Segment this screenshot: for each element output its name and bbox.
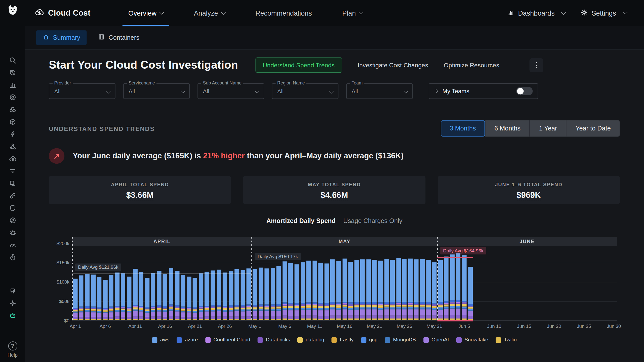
nav-item-analyze[interactable]: Analyze (188, 0, 231, 26)
bar-day-48[interactable] (360, 259, 365, 320)
tab-containers[interactable]: Containers (92, 30, 146, 45)
bar-day-40[interactable] (312, 261, 317, 320)
bar-day-42[interactable] (324, 263, 329, 320)
bar-day-2[interactable] (85, 274, 90, 320)
anomalies-icon[interactable] (9, 94, 16, 101)
bar-day-50[interactable] (372, 260, 377, 320)
search-icon[interactable] (9, 57, 16, 64)
bolt-icon[interactable] (9, 130, 16, 138)
timer-icon[interactable] (9, 254, 16, 261)
bar-day-21[interactable] (199, 274, 203, 320)
bar-day-66[interactable] (468, 267, 472, 320)
bar-day-43[interactable] (330, 259, 335, 320)
assistant-robot-icon[interactable] (9, 312, 16, 319)
bar-day-4[interactable] (97, 277, 101, 320)
bar-day-25[interactable] (223, 272, 227, 320)
sparkle-icon[interactable] (9, 300, 16, 307)
bar-day-6[interactable] (109, 275, 113, 320)
legend-item-aws[interactable]: aws (152, 337, 169, 343)
explorer-icon[interactable] (9, 106, 16, 113)
bar-day-63[interactable] (450, 255, 455, 320)
legend-item-gcp[interactable]: gcp (361, 337, 378, 343)
bar-day-62[interactable] (444, 256, 449, 320)
bar-day-55[interactable] (402, 259, 407, 320)
bar-day-35[interactable] (283, 261, 287, 320)
bar-day-12[interactable] (145, 278, 149, 320)
bar-day-11[interactable] (139, 272, 143, 320)
history-icon[interactable] (9, 69, 16, 76)
automation-icon[interactable] (9, 287, 16, 295)
bar-day-53[interactable] (390, 260, 395, 320)
help-icon[interactable]: ? (8, 341, 17, 350)
my-teams-control[interactable]: My Teams (429, 83, 538, 99)
resources-icon[interactable] (9, 180, 16, 187)
bar-day-30[interactable] (253, 269, 257, 320)
bar-day-16[interactable] (169, 268, 173, 320)
bar-day-9[interactable] (127, 277, 131, 320)
bar-day-44[interactable] (336, 261, 341, 320)
bar-day-65[interactable] (462, 255, 467, 320)
filter-dropdown-team[interactable]: TeamAll (346, 83, 413, 99)
bar-day-45[interactable] (342, 258, 347, 320)
bar-day-13[interactable] (151, 273, 155, 320)
gauge-icon[interactable] (9, 241, 16, 249)
tab-summary[interactable]: Summary (36, 30, 87, 45)
bar-day-24[interactable] (217, 269, 221, 320)
cluster-icon[interactable] (9, 143, 16, 150)
bar-day-39[interactable] (306, 261, 311, 320)
bar-day-22[interactable] (205, 272, 209, 320)
nav-item-overview[interactable]: Overview (123, 0, 169, 26)
stat-value-text[interactable]: $969K (517, 191, 541, 200)
legend-item-azure[interactable]: azure (177, 337, 198, 343)
bar-day-49[interactable] (366, 259, 371, 320)
legend-item-snowflake[interactable]: Snowflake (456, 337, 488, 343)
bar-day-38[interactable] (300, 262, 305, 320)
bar-day-52[interactable] (384, 259, 389, 320)
mascot-logo[interactable] (6, 3, 20, 17)
bar-day-60[interactable] (432, 262, 437, 320)
bar-day-10[interactable] (133, 269, 137, 320)
range-1-year[interactable]: 1 Year (530, 120, 566, 137)
bar-day-20[interactable] (193, 278, 197, 320)
legend-item-confluent-cloud[interactable]: Confluent Cloud (205, 337, 250, 343)
bar-day-56[interactable] (408, 258, 413, 320)
nav-item-recommendations[interactable]: Recommendations (250, 0, 317, 26)
mode-understand-spend-trends[interactable]: Understand Spend Trends (255, 58, 342, 73)
bar-day-61[interactable] (438, 260, 442, 320)
stat-value-text[interactable]: $3.66M (126, 191, 154, 200)
nav-item-settings[interactable]: Settings (581, 9, 627, 17)
bar-day-7[interactable] (115, 272, 119, 320)
bar-chart-icon[interactable] (9, 81, 16, 88)
filter-icon[interactable] (9, 167, 16, 175)
filter-dropdown-region-name[interactable]: Region NameAll (272, 83, 338, 99)
nav-item-plan[interactable]: Plan (337, 0, 369, 26)
my-teams-toggle[interactable] (516, 87, 533, 95)
filter-dropdown-provider[interactable]: ProviderAll (49, 83, 115, 99)
bar-day-1[interactable] (79, 275, 84, 320)
assets-cube-icon[interactable] (9, 118, 16, 125)
help-label[interactable]: Help (8, 352, 18, 358)
bar-day-31[interactable] (259, 268, 263, 320)
debug-icon[interactable] (9, 229, 16, 236)
bar-day-58[interactable] (420, 259, 425, 320)
bar-day-27[interactable] (235, 269, 239, 320)
bar-day-28[interactable] (240, 270, 245, 320)
bar-day-18[interactable] (181, 275, 185, 320)
nav-item-dashboards[interactable]: Dashboards (507, 9, 565, 17)
legend-item-openai[interactable]: OpenAI (423, 337, 449, 343)
bar-day-14[interactable] (157, 271, 161, 320)
mode-investigate-cost-changes[interactable]: Investigate Cost Changes (357, 62, 428, 69)
bar-day-59[interactable] (426, 260, 431, 320)
bar-day-15[interactable] (163, 274, 167, 320)
bar-day-26[interactable] (229, 271, 233, 320)
governance-shield-icon[interactable] (9, 204, 16, 212)
bar-day-5[interactable] (103, 280, 107, 320)
bar-day-57[interactable] (414, 259, 419, 320)
bar-day-54[interactable] (396, 258, 401, 320)
legend-item-twilio[interactable]: Twilio (496, 337, 517, 343)
bar-day-29[interactable] (247, 268, 251, 320)
legend-item-fastly[interactable]: Fastly (332, 337, 353, 343)
bar-day-47[interactable] (354, 260, 359, 320)
bar-day-34[interactable] (276, 266, 281, 320)
compass-icon[interactable] (9, 217, 16, 224)
